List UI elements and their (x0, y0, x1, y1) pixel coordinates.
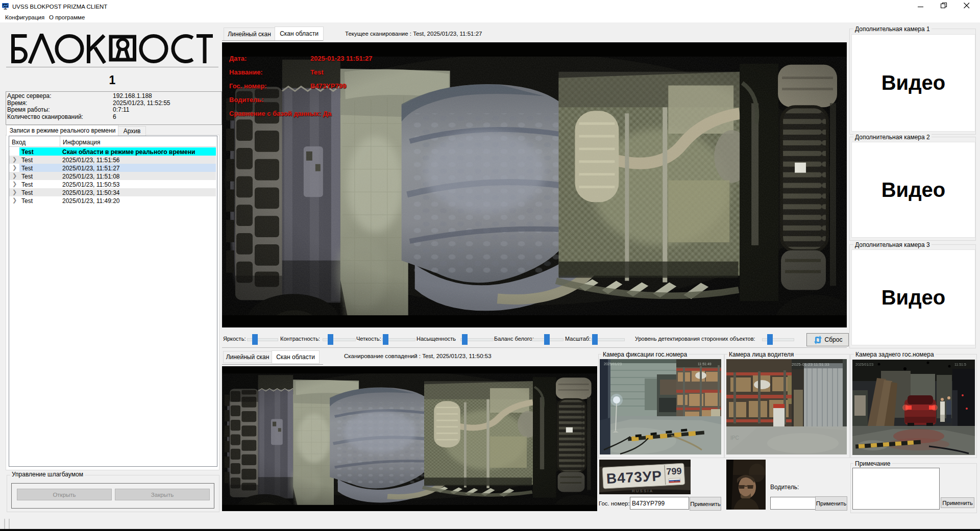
svg-text:В473УР: В473УР (606, 468, 662, 487)
svg-text:2025/01/23: 2025/01/23 (855, 363, 873, 366)
svg-text:11:51:5: 11:51:5 (954, 363, 966, 366)
svg-text:IPC: IPC (730, 435, 739, 441)
svg-text:RUS: RUS (674, 479, 680, 483)
svg-text:2025-01-23 11:51:33: 2025-01-23 11:51:33 (792, 362, 829, 367)
svg-text:RUSSIA: RUSSIA (632, 489, 653, 493)
svg-text:11:51:49: 11:51:49 (698, 362, 712, 366)
svg-text:799: 799 (666, 466, 682, 477)
svg-text:2025/01/23: 2025/01/23 (604, 362, 622, 366)
